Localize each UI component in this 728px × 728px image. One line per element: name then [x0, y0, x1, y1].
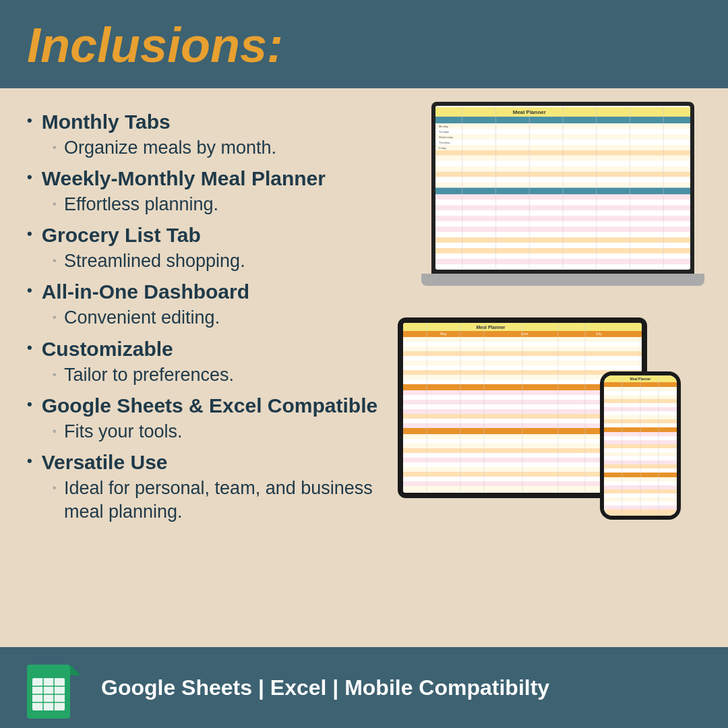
list-item: •Grocery List Tab◦Streamlined shopping.	[27, 222, 391, 273]
footer-text: Google Sheets | Excel | Mobile Compatibi…	[101, 675, 549, 700]
bullet-main-text: •Monthly Tabs	[27, 109, 391, 135]
phone-screen-inner: Meal Planner	[604, 375, 677, 516]
bullet-main-label: Customizable	[42, 336, 173, 362]
svg-text:Friday: Friday	[439, 146, 446, 150]
bullet-sub-dot-icon: ◦	[53, 254, 56, 266]
bullet-main-text: •Customizable	[27, 336, 391, 362]
svg-text:Monday: Monday	[439, 125, 448, 128]
main-content: •Monthly Tabs◦Organize meals by month.•W…	[0, 88, 728, 647]
footer-section: Google Sheets | Excel | Mobile Compatibi…	[0, 647, 728, 728]
bullet-dot-icon: •	[27, 452, 32, 471]
list-item: •All-in-One Dashboard◦Convenient editing…	[27, 278, 391, 330]
bullet-sub-text: ◦Effortless planning.	[53, 193, 391, 216]
bullet-sub-text: ◦Organize meals by month.	[53, 136, 391, 160]
bullet-sub-dot-icon: ◦	[53, 368, 56, 380]
bullet-main-label: Google Sheets & Excel Compatible	[42, 392, 377, 419]
bullet-sub-dot-icon: ◦	[53, 425, 56, 437]
bullet-dot-icon: •	[27, 111, 32, 131]
svg-text:July: July	[596, 332, 602, 336]
bullet-main-label: Weekly-Monthly Meal Planner	[42, 165, 326, 191]
header-section: Inclusions:	[0, 0, 728, 88]
bullet-sub-text: ◦Tailor to preferences.	[53, 363, 391, 387]
list-item: •Google Sheets & Excel Compatible◦Fits y…	[27, 392, 391, 444]
bullet-dot-icon: •	[27, 168, 32, 187]
list-item: •Monthly Tabs◦Organize meals by month.	[27, 109, 391, 160]
laptop-mockup: Meal Planner	[431, 102, 728, 304]
bullet-sub-text: ◦Convenient editing.	[53, 306, 391, 330]
devices-mockup: Meal Planner	[384, 88, 728, 547]
svg-text:May: May	[440, 332, 447, 336]
bullet-main-label: Versatile Use	[42, 449, 168, 475]
bullet-sub-dot-icon: ◦	[53, 141, 56, 153]
bullet-main-text: •Google Sheets & Excel Compatible	[27, 392, 391, 419]
svg-text:Meal Planner: Meal Planner	[476, 325, 505, 330]
laptop-base	[421, 274, 704, 286]
svg-text:Wednesday: Wednesday	[439, 135, 453, 139]
list-item: •Versatile Use◦Ideal for personal, team,…	[27, 449, 391, 524]
bullet-main-label: Monthly Tabs	[42, 109, 171, 135]
bullet-sub-dot-icon: ◦	[53, 198, 56, 210]
bullet-main-text: •Grocery List Tab	[27, 222, 391, 248]
bullet-dot-icon: •	[27, 338, 32, 358]
bullet-main-label: Grocery List Tab	[42, 222, 201, 248]
phone-mockup: Meal Planner	[600, 371, 681, 520]
svg-marker-128	[70, 665, 81, 675]
google-sheets-icon	[27, 657, 81, 719]
bullet-sub-text: ◦Streamlined shopping.	[53, 249, 391, 273]
laptop-screen-inner: Meal Planner	[435, 106, 690, 270]
list-item: •Weekly-Monthly Meal Planner◦Effortless …	[27, 165, 391, 216]
bullet-sub-dot-icon: ◦	[53, 311, 56, 323]
bullet-dot-icon: •	[27, 224, 32, 244]
bullet-main-text: •Versatile Use	[27, 449, 391, 475]
bullet-main-text: •Weekly-Monthly Meal Planner	[27, 165, 391, 191]
bullet-sub-label: Organize meals by month.	[64, 136, 276, 160]
bullet-sub-label: Fits your tools.	[64, 420, 183, 444]
svg-text:Tuesday: Tuesday	[439, 130, 449, 133]
bullet-main-label: All-in-One Dashboard	[42, 278, 249, 305]
bullet-dot-icon: •	[27, 395, 32, 415]
inclusions-list: •Monthly Tabs◦Organize meals by month.•W…	[27, 109, 391, 634]
bullet-sub-dot-icon: ◦	[53, 481, 56, 493]
page-title: Inclusions:	[27, 19, 701, 72]
svg-text:Thursday: Thursday	[439, 141, 450, 144]
bullet-sub-text: ◦Fits your tools.	[53, 420, 391, 444]
svg-text:June: June	[521, 332, 528, 336]
list-item: •Customizable◦Tailor to preferences.	[27, 336, 391, 387]
bullet-main-text: •All-in-One Dashboard	[27, 278, 391, 305]
bullet-sub-label: Tailor to preferences.	[64, 363, 234, 387]
bullet-sub-label: Effortless planning.	[64, 193, 218, 216]
bullet-sub-label: Convenient editing.	[64, 306, 220, 330]
bullet-dot-icon: •	[27, 281, 32, 301]
laptop-screen: Meal Planner	[431, 102, 694, 274]
bullet-sub-label: Ideal for personal, team, and business m…	[64, 477, 391, 524]
bullet-sub-label: Streamlined shopping.	[64, 249, 245, 273]
bullet-sub-text: ◦Ideal for personal, team, and business …	[53, 477, 391, 524]
phone-screen: Meal Planner	[600, 371, 681, 520]
